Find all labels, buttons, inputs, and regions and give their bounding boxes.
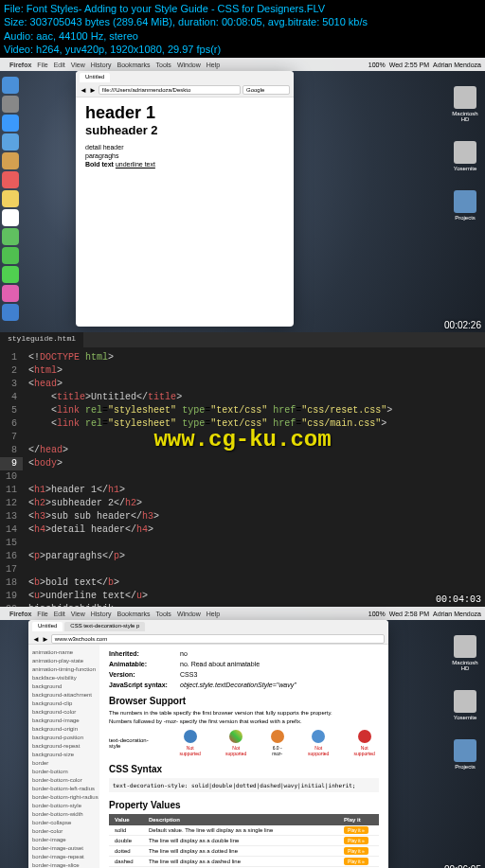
dock-finder-icon[interactable]: [2, 77, 19, 94]
dock-messages-icon[interactable]: [2, 247, 19, 264]
menu-file[interactable]: File: [37, 62, 47, 68]
dock-launchpad-icon[interactable]: [2, 96, 19, 113]
dock-appstore-icon[interactable]: [2, 304, 19, 321]
dock-mail-icon[interactable]: [2, 133, 19, 151]
editor-tab[interactable]: styleguide.html: [0, 332, 83, 347]
dock-contacts-icon[interactable]: [2, 152, 19, 169]
code-line[interactable]: <html>: [28, 364, 392, 378]
url-input[interactable]: www.w3schools.com: [51, 634, 385, 644]
sidebar-item[interactable]: background-color: [32, 708, 96, 717]
code-line[interactable]: <p>paragraghs</p>: [28, 550, 392, 563]
menu-edit[interactable]: Edit: [54, 611, 65, 617]
dock[interactable]: [2, 77, 21, 321]
search-input[interactable]: Google: [242, 85, 290, 95]
sidebar-item[interactable]: border-collapse: [32, 819, 96, 827]
app-name[interactable]: Firefox: [9, 62, 31, 68]
sidebar-item[interactable]: border-bottom-color: [32, 776, 96, 785]
projects-icon[interactable]: Projects: [451, 739, 479, 770]
menu-tools[interactable]: Tools: [156, 62, 171, 68]
play-button[interactable]: Play it »: [344, 837, 368, 844]
sidebar-item[interactable]: border: [32, 759, 96, 768]
code-line[interactable]: <title>Untitled</title>: [28, 391, 392, 404]
hd-icon[interactable]: Macintosh HD: [451, 635, 479, 671]
sidebar-item[interactable]: border-bottom-width: [32, 810, 96, 819]
reference-sidebar[interactable]: animation-nameanimation-play-stateanimat…: [28, 645, 99, 868]
browser-tab-2[interactable]: CSS text-decoration-style p: [64, 622, 145, 631]
dock-maps-icon[interactable]: [2, 228, 19, 245]
sidebar-item[interactable]: border-bottom-right-radius: [32, 793, 96, 802]
play-button[interactable]: Play it »: [344, 847, 368, 855]
play-button[interactable]: Play it »: [344, 826, 368, 834]
sidebar-item[interactable]: background: [32, 682, 96, 691]
menu-view[interactable]: View: [71, 62, 85, 68]
code-line[interactable]: <!DOCTYPE html>: [28, 351, 392, 364]
firefox-window[interactable]: Untitled ◄ ► file:///Users/adrianmendoza…: [76, 71, 294, 327]
url-input[interactable]: file:///Users/adrianmendoza/Deskto: [99, 85, 241, 95]
code-line[interactable]: <h3>sub sub header</h3>: [28, 510, 392, 523]
menu-bookmarks[interactable]: Bookmarks: [117, 62, 151, 68]
sidebar-item[interactable]: animation-timing-function: [32, 665, 96, 674]
code-line[interactable]: <h4>detail header</h4>: [28, 523, 392, 537]
forward-icon[interactable]: ►: [89, 86, 97, 95]
code-line[interactable]: <u>underline text</u>: [28, 590, 392, 603]
dock-safari-icon[interactable]: [2, 115, 19, 132]
back-icon[interactable]: ◄: [80, 86, 87, 95]
sidebar-item[interactable]: border-image-repeat: [32, 853, 96, 861]
sidebar-item[interactable]: border-bottom-left-radius: [32, 785, 96, 793]
back-icon[interactable]: ◄: [32, 635, 40, 644]
forward-icon[interactable]: ►: [42, 635, 49, 644]
menu-history[interactable]: History: [91, 611, 112, 617]
menu-window[interactable]: Window: [177, 62, 201, 68]
dock-calendar-icon[interactable]: [2, 171, 19, 188]
macos-menubar[interactable]: Firefox File Edit View History Bookmarks…: [0, 607, 485, 620]
sidebar-item[interactable]: background-image: [32, 717, 96, 725]
hd-icon[interactable]: Macintosh HD: [451, 86, 479, 122]
menu-window[interactable]: Window: [177, 611, 201, 617]
browser-tab-1[interactable]: Untitled: [32, 622, 63, 631]
menu-view[interactable]: View: [71, 611, 85, 617]
code-line[interactable]: [28, 563, 392, 576]
sidebar-item[interactable]: border-image-slice: [32, 861, 96, 868]
sidebar-item[interactable]: border-image: [32, 836, 96, 844]
projects-icon[interactable]: Projects: [451, 190, 479, 221]
code-line[interactable]: <link rel="stylesheet" type="text/css" h…: [28, 404, 392, 417]
code-line[interactable]: <h2>subheader 2</h2>: [28, 497, 392, 510]
sidebar-item[interactable]: background-size: [32, 751, 96, 759]
sidebar-item[interactable]: background-clip: [32, 700, 96, 708]
sidebar-item[interactable]: border-bottom-style: [32, 802, 96, 810]
browser-tab[interactable]: Untitled: [80, 73, 110, 82]
dock-itunes-icon[interactable]: [2, 285, 19, 302]
sidebar-item[interactable]: animation-play-state: [32, 657, 96, 665]
dock-notes-icon[interactable]: [2, 190, 19, 207]
menu-help[interactable]: Help: [207, 62, 220, 68]
code-line[interactable]: <body>: [28, 457, 392, 470]
yosemite-icon[interactable]: Yosemite: [451, 690, 479, 720]
menu-bookmarks[interactable]: Bookmarks: [117, 611, 151, 617]
sidebar-item[interactable]: background-origin: [32, 725, 96, 734]
sidebar-item[interactable]: background-attachment: [32, 691, 96, 700]
yosemite-icon[interactable]: Yosemite: [451, 141, 479, 171]
code-line[interactable]: <head>: [28, 378, 392, 391]
sidebar-item[interactable]: border-color: [32, 827, 96, 836]
code-line[interactable]: <h1>header 1</h1>: [28, 484, 392, 497]
sidebar-item[interactable]: animation-name: [32, 648, 96, 657]
macos-menubar[interactable]: Firefox File Edit View History Bookmarks…: [0, 58, 485, 71]
play-button[interactable]: Play it »: [344, 858, 368, 865]
menu-edit[interactable]: Edit: [54, 62, 65, 68]
sidebar-item[interactable]: border-image-outset: [32, 844, 96, 853]
menu-help[interactable]: Help: [207, 611, 220, 617]
firefox-window[interactable]: Untitled CSS text-decoration-style p ◄ ►…: [28, 620, 388, 868]
code-line[interactable]: <b>bold text</b>: [28, 576, 392, 590]
dock-facetime-icon[interactable]: [2, 266, 19, 283]
sidebar-item[interactable]: border-bottom: [32, 768, 96, 776]
sidebar-item[interactable]: background-position: [32, 734, 96, 742]
code-line[interactable]: [28, 470, 392, 484]
menu-history[interactable]: History: [91, 62, 112, 68]
code-line[interactable]: [28, 537, 392, 550]
menu-file[interactable]: File: [37, 611, 47, 617]
sidebar-item[interactable]: background-repeat: [32, 742, 96, 751]
app-name[interactable]: Firefox: [9, 611, 31, 617]
sidebar-item[interactable]: backface-visibility: [32, 674, 96, 682]
dock-reminders-icon[interactable]: [2, 209, 19, 226]
menu-tools[interactable]: Tools: [156, 611, 171, 617]
